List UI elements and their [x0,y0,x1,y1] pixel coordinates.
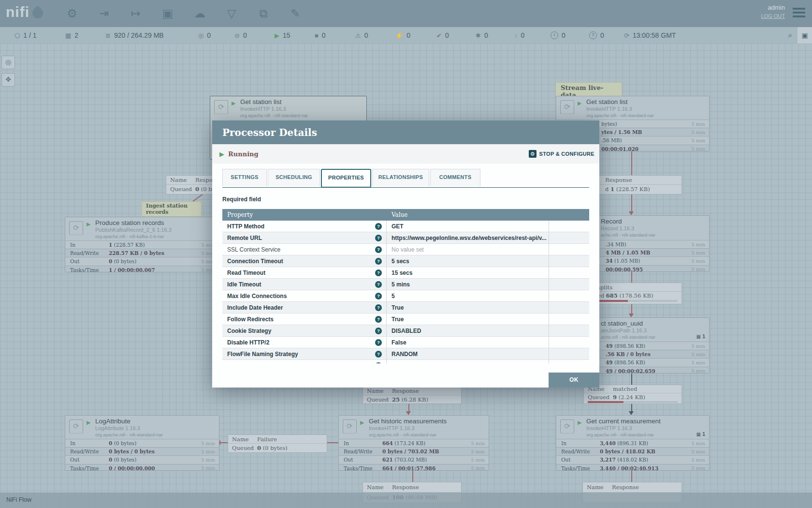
connection-label-response-25[interactable]: NameResponse Queued25 (6.28 KB) [362,386,462,404]
running-icon: ▶ [219,150,224,158]
stat-row: In3,440 (896.31 KB)5 min [556,439,709,447]
stat-row: Out3,217 (418.02 KB)5 min [556,455,709,463]
global-menu-icon[interactable] [793,6,805,19]
value-column-header: Value [387,211,589,218]
processor-title: Record [601,218,622,225]
help-icon[interactable]: ? [375,223,382,230]
stale-status: ↑0 [514,27,524,44]
modified-stale-icon: ! [551,31,558,39]
current-user: admin [761,4,785,11]
processor-get-historic-measurements[interactable]: ⟳ ▶ Get historic measurements InvokeHTTP… [338,415,489,471]
tab-comments[interactable]: COMMENTS [430,169,480,186]
processor-type: InvokeHTTP 1.16.3 [240,106,286,112]
nifi-app: nifi ⚙ ⇥ ↦ ▣ ☁ ▽ ⧉ ✎ admin LOG OUT ⬡1 / … [0,0,812,508]
property-row: Connection Timeout? 5 secs [222,255,589,267]
logout-link[interactable]: LOG OUT [761,13,785,19]
disabled-status: ⚡0 [395,27,410,44]
property-row: HTTP Method? GET [222,221,589,232]
process-group-toolbar-icon[interactable]: ▣ [160,7,176,20]
dialog-tabs: SETTINGS SCHEDULING PROPERTIES RELATIONS… [222,169,589,188]
stat-row: .34 MB)5 min [596,240,709,248]
settings-panel-button[interactable]: ▣ [798,27,812,44]
help-icon[interactable]: ? [375,246,382,253]
ok-button[interactable]: OK [549,373,599,388]
help-icon[interactable]: ? [375,235,382,241]
tab-scheduling[interactable]: SCHEDULING [268,169,320,186]
locally-modified-status: ✱0 [476,27,488,44]
property-row: Read Timeout? 15 secs [222,267,589,279]
last-refresh[interactable]: ⟳13:00:58 GMT [624,27,676,44]
run-status-icon: ▶ [87,419,90,426]
processor-bundle: org.apache.nifi - nifi-kafka-2-6-nar [95,234,164,239]
hand-tool-button[interactable]: ✥ [1,73,15,87]
connection-arrow [629,411,634,415]
help-icon[interactable]: ? [375,328,382,334]
required-field-hint: Required field [222,196,599,203]
active-thread-count: ▦1 [696,333,705,339]
output-port-toolbar-icon[interactable]: ↦ [128,7,144,20]
processor-icon: ⟳ [343,419,357,433]
template-toolbar-icon[interactable]: ⧉ [255,7,272,20]
breadcrumb-bar: NiFi Flow [0,493,812,508]
processor-icon: ⟳ [69,419,83,433]
property-row: Attributes to Send? No value set [222,360,589,363]
dialog-header: Processor Details [212,120,599,144]
label-toolbar-icon[interactable]: ✎ [287,7,304,20]
processor-get-current-measurement[interactable]: ⟳ ▶ Get current measurement InvokeHTTP 1… [556,415,710,471]
processor-produce-station-records[interactable]: ⟳ ▶ Produce station records PublishKafka… [65,217,219,272]
help-icon[interactable]: ? [375,339,382,346]
connection-label-matched[interactable]: Namematched Queued9 (2.24 KB) [583,385,682,404]
help-icon[interactable]: ? [375,304,382,311]
processor-toolbar-icon[interactable]: ⚙ [64,7,80,20]
stop-and-configure-button[interactable]: ⚙ STOP & CONFIGURE [529,150,594,158]
help-icon[interactable]: ? [375,351,382,358]
stat-row: 34 (1.05 MB)5 min [596,256,709,265]
stat-row: 00:00:00.5955 min [596,265,709,272]
input-port-toolbar-icon[interactable]: ⇥ [96,7,112,20]
processor-extract-station-uuid-partial[interactable]: ct station_uuid ateJsonPath 1.16.3 ache.… [595,317,710,374]
connection-line [631,403,632,411]
help-icon[interactable]: ? [375,362,382,364]
user-area: admin LOG OUT [761,4,785,19]
help-icon[interactable]: ? [375,258,382,265]
connection-line [631,373,632,385]
run-status-icon: ▶ [578,100,581,106]
not-transmitting-status: ⊘0 [234,27,247,44]
connection-line [631,303,632,314]
last-refresh-time: 13:00:58 GMT [633,31,676,39]
processor-bundle: org.apache.nifi - nifi-standard-nar [369,432,436,437]
tab-relationships[interactable]: RELATIONSHIPS [372,169,429,186]
help-icon[interactable]: ? [375,281,382,288]
processor-title: Get station list [240,98,282,105]
connection-label-failure[interactable]: NameFailure Queued0 (0 bytes) [228,434,327,453]
run-status-icon: ▶ [578,419,581,426]
processor-record-partial[interactable]: Record Record 1.16.3 ache.nifi - nifi-st… [595,215,710,272]
processor-title: LogAttribute [95,418,130,425]
stat-row: Tasks/Time0 / 00:00:00.0005 min [65,464,219,471]
help-icon[interactable]: ? [375,293,382,299]
breadcrumb[interactable]: NiFi Flow [6,496,31,503]
canvas-label-ingest-station-records[interactable]: Ingest station records [142,201,202,217]
queued-status: ≣920 / 264.29 MB [105,27,164,44]
app-header: nifi ⚙ ⇥ ↦ ▣ ☁ ▽ ⧉ ✎ admin LOG OUT [0,0,812,27]
tab-settings[interactable]: SETTINGS [222,169,267,186]
processor-log-attribute[interactable]: ⟳ ▶ LogAttribute LogAttribute 1.16.3 org… [65,415,219,471]
help-icon[interactable]: ? [375,316,382,323]
search-icon[interactable]: ⌕ [783,31,798,40]
gear-icon: ⚙ [529,150,536,158]
help-icon[interactable]: ? [375,269,382,276]
birdseye-button[interactable]: ◎ [1,56,15,69]
property-row: Include Date Header? True [222,302,589,314]
modified-stale-status: !0 [551,27,566,44]
remote-process-group-toolbar-icon[interactable]: ☁ [191,7,208,20]
stat-row: Out621 (703.02 MB)5 min [339,455,489,463]
stat-row: Out0 (0 bytes)5 min [65,257,219,265]
funnel-toolbar-icon[interactable]: ▽ [223,7,240,20]
processor-bundle: org.apache.nifi - nifi-standard-nar [95,432,163,437]
processor-icon: ⟳ [69,221,83,235]
connection-label-response-right-partial[interactable]: Response d 1 (228.57 KB) [590,175,682,194]
tab-properties[interactable]: PROPERTIES [321,169,371,188]
cluster-icon: ⬡ [14,32,20,39]
property-row: Remote URL? https://www.pegelonline.wsv.… [222,232,589,244]
run-status-icon: ▶ [360,419,364,426]
